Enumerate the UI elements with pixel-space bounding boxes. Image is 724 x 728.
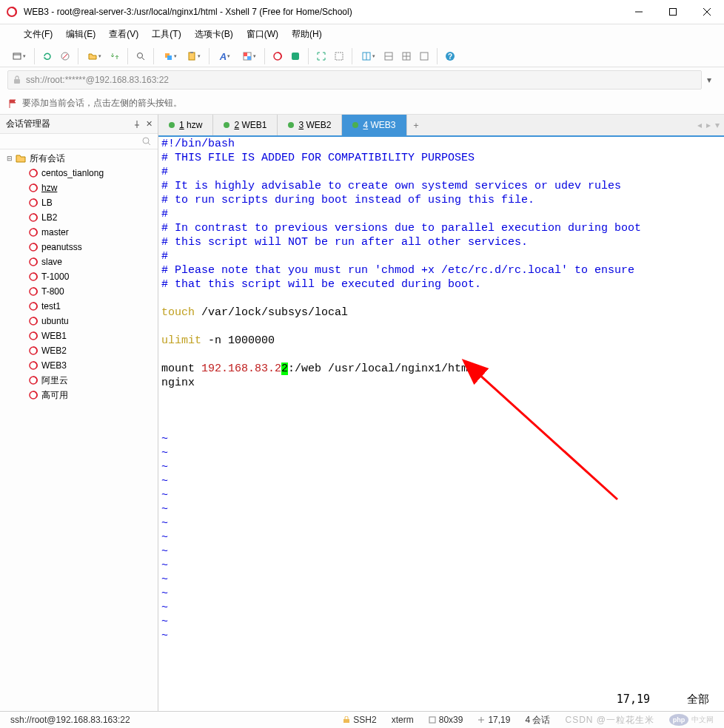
lock-icon xyxy=(13,75,21,84)
maximize-button[interactable] xyxy=(656,0,690,24)
session-item[interactable]: WEB2 xyxy=(0,343,158,358)
address-dropdown[interactable]: ▾ xyxy=(702,70,717,90)
open-button[interactable] xyxy=(83,48,105,64)
session-item[interactable]: T-800 xyxy=(0,284,158,299)
status-bar: ssh://root@192.168.83.163:22 SSH2 xterm … xyxy=(0,711,724,728)
session-label: WEB2 xyxy=(41,346,67,356)
session-icon xyxy=(28,286,38,297)
session-label: slave xyxy=(41,257,62,267)
session-item[interactable]: ubuntu xyxy=(0,314,158,328)
tree-root[interactable]: ⊟ 所有会话 xyxy=(0,151,158,166)
tab[interactable]: 3 WEB2 xyxy=(278,115,342,135)
disconnect-button[interactable] xyxy=(57,48,73,64)
close-button[interactable] xyxy=(690,0,724,24)
session-item[interactable]: test1 xyxy=(0,299,158,314)
side-search-box[interactable] xyxy=(0,134,158,149)
session-item[interactable]: slave xyxy=(0,255,158,269)
terminal-line: # to run scripts during boot instead of … xyxy=(161,193,721,207)
session-icon xyxy=(28,212,38,223)
terminal-line: # xyxy=(161,207,721,221)
menu-item[interactable]: 工具(T) xyxy=(146,26,187,43)
svg-rect-16 xyxy=(244,53,247,56)
layout3-button[interactable] xyxy=(398,48,415,64)
toolbar-separator xyxy=(308,48,309,64)
svg-rect-51 xyxy=(343,719,349,723)
tab-nav: ◂ ▸ ▾ xyxy=(697,115,724,135)
minimize-button[interactable] xyxy=(622,0,656,24)
font-button[interactable]: A xyxy=(214,48,236,64)
side-panel-header: 会话管理器 ✕ xyxy=(0,115,158,134)
svg-rect-19 xyxy=(292,53,299,60)
menu-item[interactable]: 帮助(H) xyxy=(286,26,328,43)
session-item[interactable]: LB2 xyxy=(0,210,158,225)
svg-rect-28 xyxy=(420,53,428,60)
terminal-tilde: ~ xyxy=(161,488,721,502)
cursor-icon xyxy=(477,716,485,724)
collapse-icon[interactable]: ⊟ xyxy=(4,155,15,162)
side-close-button[interactable]: ✕ xyxy=(143,118,155,130)
session-item[interactable]: 高可用 xyxy=(0,388,158,402)
svg-point-32 xyxy=(143,138,149,144)
toolbar-separator xyxy=(127,48,128,64)
session-item[interactable]: LB xyxy=(0,195,158,210)
status-connection: ssh://root@192.168.83.163:22 xyxy=(3,712,138,728)
reconnect-button[interactable] xyxy=(39,48,56,64)
menu-item[interactable]: 文件(F) xyxy=(18,26,58,43)
paste-button[interactable] xyxy=(182,48,204,64)
menu-item[interactable]: 编辑(E) xyxy=(60,26,101,43)
toolbar-separator xyxy=(153,48,154,64)
session-label: T-1000 xyxy=(41,272,69,282)
session-label: 高可用 xyxy=(41,389,68,402)
session-item[interactable]: peanutsss xyxy=(0,240,158,255)
menu-item[interactable]: 窗口(W) xyxy=(241,26,284,43)
session-item[interactable]: hzw xyxy=(0,181,158,195)
terminal-line: # It is highly advisable to create own s… xyxy=(161,179,721,193)
status-size: 80x39 xyxy=(421,712,471,728)
color-button[interactable] xyxy=(238,48,260,64)
tab-status-icon xyxy=(352,122,358,128)
layout4-button[interactable] xyxy=(416,48,432,64)
xftp-button[interactable] xyxy=(287,48,304,64)
transfer-button[interactable] xyxy=(107,48,123,64)
tab-label: 3 WEB2 xyxy=(298,120,331,130)
session-label: centos_tianlong xyxy=(41,168,104,178)
menu-item[interactable]: 选项卡(B) xyxy=(189,26,239,43)
session-label: test1 xyxy=(41,301,61,311)
terminal-tilde: ~ xyxy=(161,615,721,629)
session-item[interactable]: WEB1 xyxy=(0,328,158,343)
svg-rect-52 xyxy=(429,717,435,723)
tab-label: 1 hzw xyxy=(179,120,202,130)
terminal-tilde: ~ xyxy=(161,446,721,460)
svg-rect-20 xyxy=(335,53,343,60)
session-item[interactable]: T-1000 xyxy=(0,269,158,284)
terminal-tilde: ~ xyxy=(161,516,721,530)
transparent-button[interactable] xyxy=(331,48,347,64)
session-item[interactable]: centos_tianlong xyxy=(0,166,158,181)
help-button[interactable]: ? xyxy=(442,48,458,64)
terminal-view[interactable]: #!/bin/bash# THIS FILE IS ADDED FOR COMP… xyxy=(158,137,724,711)
session-item[interactable]: WEB3 xyxy=(0,358,158,373)
copy-button[interactable] xyxy=(158,48,181,64)
tab[interactable]: 2 WEB1 xyxy=(213,115,278,135)
session-item[interactable]: master xyxy=(0,225,158,240)
session-item[interactable]: 阿里云 xyxy=(0,373,158,388)
tab[interactable]: 4 WEB3 xyxy=(342,115,406,135)
tab-menu-button[interactable]: ▾ xyxy=(715,120,720,130)
new-tab-button[interactable]: ＋ xyxy=(407,115,425,135)
tab[interactable]: 1 hzw xyxy=(158,115,213,135)
address-input[interactable]: ssh://root:******@192.168.83.163:22 xyxy=(7,70,702,90)
session-manager-panel: 会话管理器 ✕ ⊟ 所有会话 centos_tia xyxy=(0,115,158,711)
new-session-button[interactable] xyxy=(7,48,30,64)
svg-rect-2 xyxy=(670,9,677,16)
layout1-button[interactable] xyxy=(357,48,379,64)
menu-item[interactable]: 查看(V) xyxy=(103,26,144,43)
svg-rect-5 xyxy=(13,53,21,59)
layout2-button[interactable] xyxy=(381,48,397,64)
tab-next-button[interactable]: ▸ xyxy=(706,120,711,130)
xshell-button[interactable] xyxy=(269,48,286,64)
tab-prev-button[interactable]: ◂ xyxy=(697,120,702,130)
side-pin-button[interactable] xyxy=(131,118,143,130)
find-button[interactable] xyxy=(133,48,149,64)
toolbar-separator xyxy=(78,48,78,64)
fullscreen-button[interactable] xyxy=(313,48,329,64)
